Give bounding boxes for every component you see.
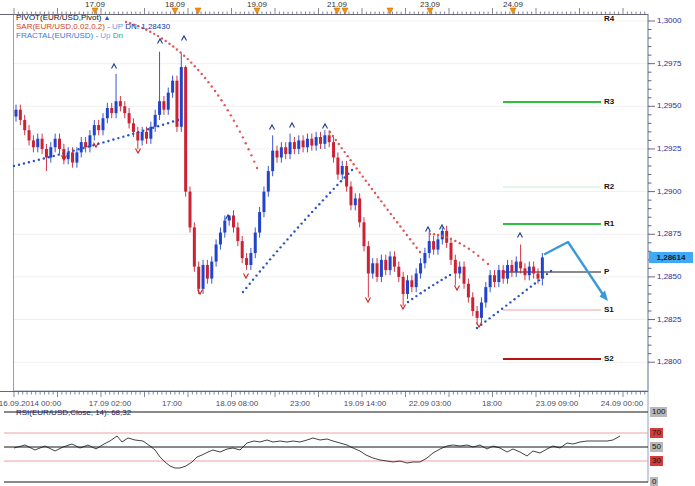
- date-label: 17.09: [85, 1, 105, 9]
- legend-fractal-up: Up: [100, 31, 110, 40]
- time-label: 22.09 03:00: [409, 400, 451, 408]
- legend-pivot-text: PIVOT(EUR/USD,Pivot): [16, 13, 101, 22]
- date-label: 24.09: [503, 1, 523, 9]
- legend-sar-dn: DN: 1,28430: [125, 22, 170, 31]
- price-label: 1,3000: [657, 17, 681, 25]
- legend-fractal-text: FRACTAL(EUR/USD) -: [16, 31, 98, 40]
- rsi-level-100: 100: [650, 407, 667, 417]
- legend-sar-up: UP: [112, 22, 123, 31]
- time-label: 18:00: [482, 400, 502, 408]
- time-label: 23.09 09:00: [536, 400, 578, 408]
- price-label: 1,2875: [657, 230, 681, 238]
- time-label: 18.09 08:00: [216, 400, 258, 408]
- pivot-label-s1: S1: [604, 306, 614, 314]
- pivot-label-s2: S2: [604, 355, 614, 363]
- price-label: 1,2975: [657, 60, 681, 68]
- pivot-label-r1: R1: [604, 220, 614, 228]
- pivot-label-r4: R4: [604, 15, 614, 23]
- current-price-badge: 1,28614: [649, 252, 693, 263]
- time-label: 23:00: [290, 400, 310, 408]
- rsi-label-name: RSI(EUR/USD,Close, 14):: [16, 408, 109, 417]
- pivot-label-p: P: [604, 268, 609, 276]
- time-label: 16.09.2014 00:00: [0, 400, 61, 408]
- rsi-level-0: 0: [650, 477, 658, 486]
- date-label: 23.09: [420, 1, 440, 9]
- date-label: 21.09: [327, 1, 347, 9]
- rsi-label: RSI(EUR/USD,Close, 14): 68,32: [16, 409, 131, 417]
- price-label: 1,2850: [657, 273, 681, 281]
- time-label: 24.09 00:00: [601, 400, 643, 408]
- legend-sar: SAR(EUR/USD,0.02,0.2) - UP DN: 1,28430: [16, 22, 170, 31]
- price-label: 1,2900: [657, 188, 681, 196]
- legend-sar-text: SAR(EUR/USD,0.02,0.2) -: [16, 22, 110, 31]
- date-label: 18.09: [165, 1, 185, 9]
- rsi-level-50: 50: [650, 442, 663, 452]
- price-label: 1,2925: [657, 145, 681, 153]
- time-label: 17:00: [162, 400, 182, 408]
- legend-fractal: FRACTAL(EUR/USD) - Up Dn: [16, 31, 123, 40]
- price-label: 1,2825: [657, 316, 681, 324]
- rsi-level-30: 30: [650, 456, 663, 466]
- rsi-label-value: 68,32: [111, 408, 131, 417]
- legend-fractal-dn: Dn: [113, 31, 123, 40]
- trading-chart-window: PIVOT(EUR/USD,Pivot) ▲ SAR(EUR/USD,0.02,…: [0, 0, 695, 486]
- pivot-label-r2: R2: [604, 183, 614, 191]
- time-label: 19.09 14:00: [344, 400, 386, 408]
- rsi-level-70: 70: [650, 428, 663, 438]
- pivot-arrow-icon: ▲: [104, 14, 111, 21]
- date-label: 19.09: [247, 1, 267, 9]
- time-label: 17.09 02:00: [89, 400, 131, 408]
- legend-pivot: PIVOT(EUR/USD,Pivot) ▲: [16, 13, 111, 22]
- price-label: 1,2800: [657, 358, 681, 366]
- price-label: 1,2950: [657, 102, 681, 110]
- pivot-label-r3: R3: [604, 98, 614, 106]
